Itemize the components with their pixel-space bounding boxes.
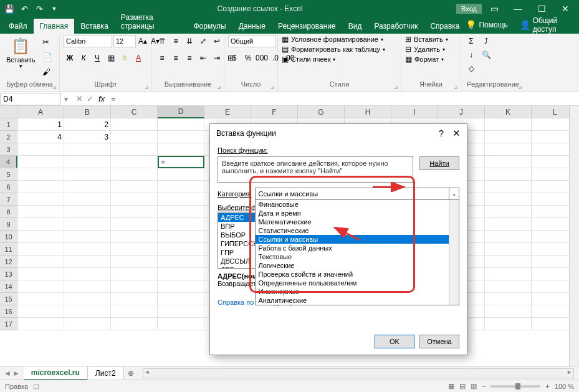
- sheet-next-icon[interactable]: ►: [12, 369, 20, 378]
- row-header[interactable]: 4: [0, 156, 17, 168]
- cell[interactable]: [111, 318, 158, 330]
- cell[interactable]: [64, 181, 111, 193]
- select-all-corner[interactable]: [0, 106, 17, 118]
- view-page-icon[interactable]: ▤: [459, 382, 466, 390]
- table-format-button[interactable]: Форматировать как таблицу: [291, 45, 380, 53]
- delete-cells-button[interactable]: Удалить: [414, 45, 440, 53]
- cell[interactable]: [64, 293, 111, 305]
- cell[interactable]: [64, 218, 111, 231]
- align-bottom-icon[interactable]: ⇊: [183, 35, 196, 47]
- cell-styles-button[interactable]: Стили ячеек: [291, 55, 330, 63]
- dropdown-item[interactable]: Аналитические: [256, 296, 459, 305]
- sort-filter-icon[interactable]: ⤴: [480, 35, 492, 47]
- row-header[interactable]: 7: [0, 193, 17, 206]
- dropdown-item[interactable]: Математические: [256, 218, 459, 226]
- dropdown-item[interactable]: Определенные пользователем: [256, 279, 459, 287]
- cell[interactable]: [111, 118, 158, 131]
- accept-formula-icon[interactable]: ✓: [87, 94, 93, 103]
- horizontal-scrollbar[interactable]: [143, 368, 574, 378]
- search-input[interactable]: Введите краткое описание действия, котор…: [218, 156, 413, 183]
- format-cells-button[interactable]: Формат: [414, 55, 439, 63]
- dialog-close-icon[interactable]: ✕: [452, 128, 461, 139]
- cell[interactable]: [17, 193, 64, 206]
- dropdown-item[interactable]: Логические: [256, 261, 459, 270]
- cell[interactable]: [111, 131, 158, 143]
- copy-icon[interactable]: 📄: [41, 50, 54, 64]
- cell[interactable]: [158, 293, 204, 305]
- tab-layout[interactable]: Разметка страницы: [115, 10, 188, 34]
- login-button[interactable]: Вход: [456, 4, 482, 14]
- close-icon[interactable]: ✕: [554, 0, 577, 17]
- cell[interactable]: [485, 280, 532, 293]
- dropdown-item[interactable]: Проверка свойств и значений: [256, 270, 459, 279]
- row-header[interactable]: 1: [0, 118, 17, 131]
- zoom-level[interactable]: 100 %: [555, 383, 574, 390]
- cell[interactable]: [158, 305, 204, 318]
- redo-icon[interactable]: ↷: [34, 3, 45, 14]
- cell[interactable]: [17, 318, 64, 330]
- cell[interactable]: [64, 280, 111, 293]
- macro-record-icon[interactable]: ▢: [33, 382, 39, 390]
- clear-icon[interactable]: ◇: [465, 62, 477, 75]
- border-icon[interactable]: ▦: [105, 52, 117, 64]
- col-header[interactable]: C: [111, 106, 158, 118]
- cell[interactable]: [485, 256, 532, 268]
- row-header[interactable]: 2: [0, 131, 17, 143]
- vertical-scrollbar[interactable]: [569, 106, 579, 366]
- row-header[interactable]: 10: [0, 231, 17, 243]
- cancel-button[interactable]: Отмена: [419, 335, 459, 348]
- cell[interactable]: =: [158, 156, 204, 168]
- cell[interactable]: [64, 318, 111, 330]
- cut-icon[interactable]: ✂: [41, 35, 54, 49]
- row-header[interactable]: 11: [0, 243, 17, 256]
- align-left-icon[interactable]: ≡: [156, 52, 168, 64]
- cell[interactable]: [17, 206, 64, 218]
- row-header[interactable]: 3: [0, 143, 17, 156]
- cell[interactable]: [17, 280, 64, 293]
- col-header[interactable]: H: [345, 106, 391, 118]
- row-header[interactable]: 12: [0, 256, 17, 268]
- cell[interactable]: [158, 193, 204, 206]
- cell[interactable]: [64, 268, 111, 280]
- cell[interactable]: [111, 143, 158, 156]
- cell[interactable]: [111, 218, 158, 231]
- cell[interactable]: [158, 131, 204, 143]
- view-break-icon[interactable]: ▥: [471, 382, 477, 390]
- cell[interactable]: [17, 231, 64, 243]
- font-size-combo[interactable]: 12: [113, 35, 136, 47]
- cell[interactable]: [485, 206, 532, 218]
- cell[interactable]: [485, 293, 532, 305]
- name-box-dropdown-icon[interactable]: ▾: [61, 95, 71, 103]
- sheet-prev-icon[interactable]: ◄: [4, 369, 11, 378]
- cell[interactable]: 2: [64, 118, 111, 131]
- save-icon[interactable]: 💾: [4, 3, 15, 14]
- col-header[interactable]: G: [298, 106, 345, 118]
- dropdown-scrollbar[interactable]: [449, 200, 459, 305]
- dropdown-item[interactable]: Работа с базой данных: [256, 244, 459, 252]
- cell[interactable]: [17, 243, 64, 256]
- cell[interactable]: [485, 318, 532, 330]
- row-header[interactable]: 6: [0, 181, 17, 193]
- indent-inc-icon[interactable]: ⇥: [211, 52, 223, 64]
- cell[interactable]: [158, 143, 204, 156]
- cell[interactable]: [111, 181, 158, 193]
- maximize-icon[interactable]: ☐: [530, 0, 553, 17]
- cell[interactable]: [17, 143, 64, 156]
- minimize-icon[interactable]: —: [507, 0, 529, 17]
- cell[interactable]: [64, 243, 111, 256]
- sheet-tab-1[interactable]: microexcel.ru: [24, 366, 88, 380]
- dropdown-item[interactable]: Ссылки и массивы: [256, 235, 459, 244]
- row-header[interactable]: 8: [0, 206, 17, 218]
- cell[interactable]: [64, 156, 111, 168]
- cell[interactable]: [17, 268, 64, 280]
- col-header[interactable]: A: [17, 106, 64, 118]
- cell[interactable]: [64, 206, 111, 218]
- cell[interactable]: [64, 143, 111, 156]
- cell[interactable]: [485, 231, 532, 243]
- cell[interactable]: [485, 193, 532, 206]
- col-header[interactable]: F: [251, 106, 298, 118]
- bold-button[interactable]: Ж: [64, 52, 76, 64]
- col-header[interactable]: J: [438, 106, 485, 118]
- cell[interactable]: [64, 256, 111, 268]
- row-header[interactable]: 5: [0, 168, 17, 181]
